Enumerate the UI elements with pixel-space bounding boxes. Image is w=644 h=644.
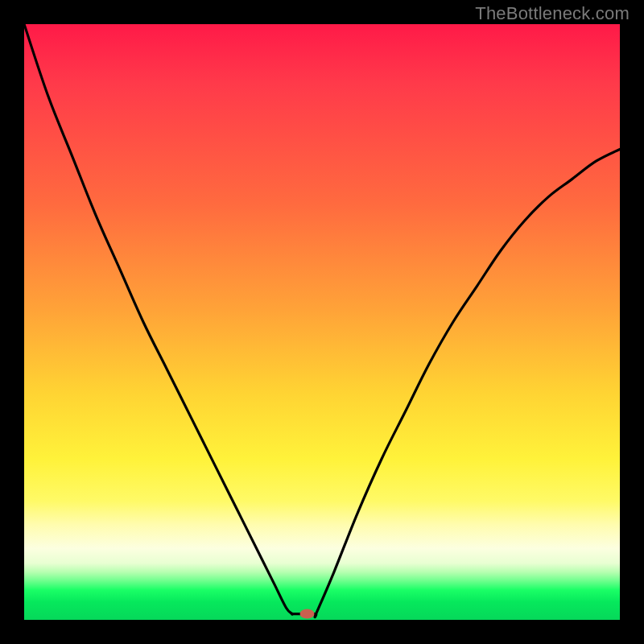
bottleneck-curve — [24, 24, 620, 617]
curve-layer — [24, 24, 620, 620]
plot-area — [24, 24, 620, 620]
optimal-point-marker — [300, 609, 315, 619]
watermark-text: TheBottleneck.com — [475, 3, 630, 24]
chart-frame: TheBottleneck.com — [0, 0, 644, 644]
